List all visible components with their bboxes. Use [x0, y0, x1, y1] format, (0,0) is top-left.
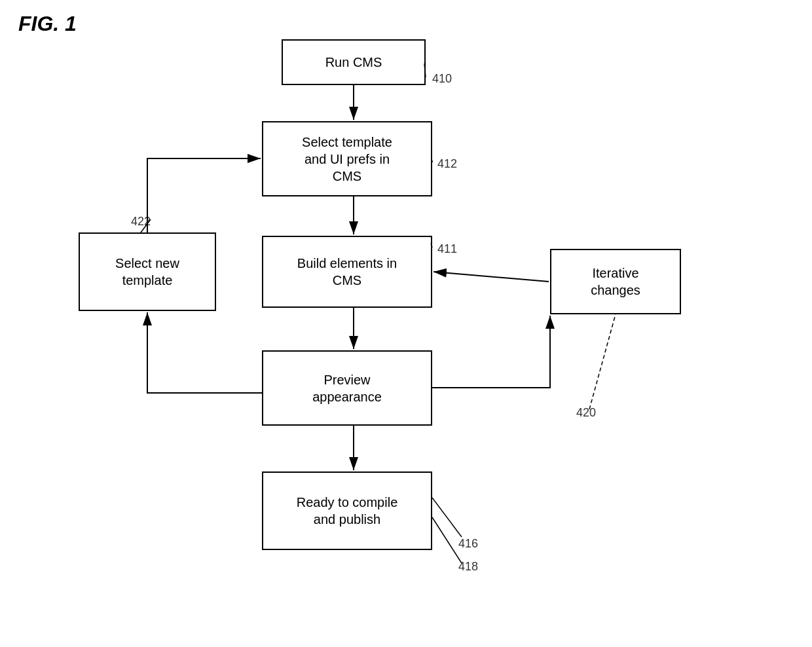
build-elements-box: Build elements inCMS [262, 236, 432, 308]
label-410: 410 [432, 72, 452, 86]
label-418: 418 [458, 560, 478, 574]
select-new-template-box: Select newtemplate [79, 232, 216, 311]
select-template-cms-box: Select templateand UI prefs inCMS [262, 121, 432, 196]
label-422: 422 [131, 215, 151, 229]
ready-compile-box: Ready to compileand publish [262, 471, 432, 550]
label-416: 416 [458, 537, 478, 551]
svg-line-12 [432, 498, 462, 537]
label-412: 412 [437, 157, 457, 171]
preview-appearance-box: Previewappearance [262, 350, 432, 426]
svg-line-6 [434, 272, 549, 282]
run-cms-box: Run CMS [282, 39, 426, 85]
svg-line-13 [432, 517, 462, 563]
label-411: 411 [437, 242, 457, 256]
svg-line-11 [589, 314, 616, 409]
figure-title: FIG. 1 [18, 12, 77, 36]
label-420: 420 [576, 406, 596, 420]
iterative-changes-box: Iterativechanges [550, 249, 681, 314]
